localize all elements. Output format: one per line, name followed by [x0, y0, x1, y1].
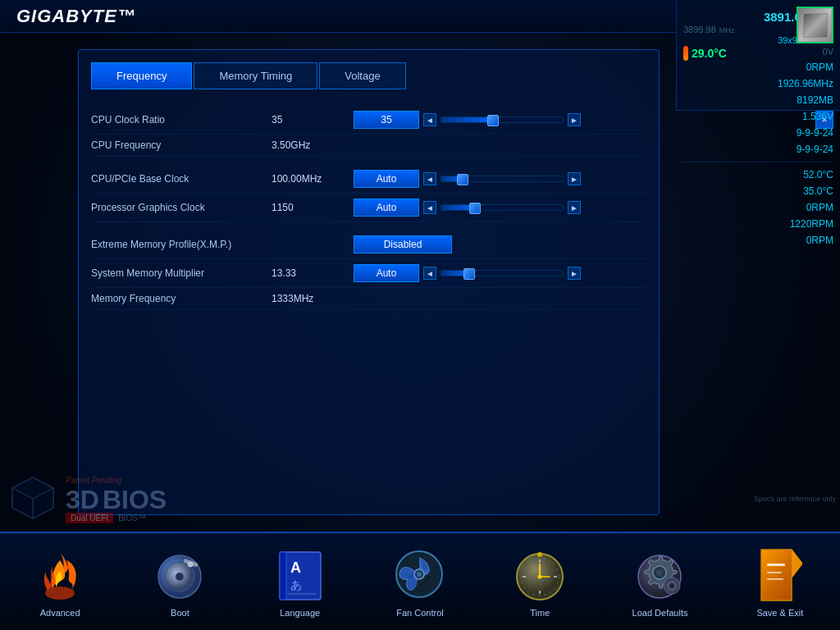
- slider-thumb-pcie[interactable]: [457, 174, 468, 185]
- slider-graphics-clock[interactable]: [441, 204, 564, 211]
- slider-mem-multiplier[interactable]: [441, 270, 564, 276]
- nav-boot[interactable]: Boot: [120, 546, 240, 618]
- stat-timing2: 9-9-9-24: [682, 142, 833, 157]
- setting-row-cpu-frequency: CPU Frequency 3.50GHz: [91, 135, 646, 157]
- svg-point-33: [669, 582, 675, 589]
- arrow-left-mem-mult[interactable]: ◄: [423, 267, 436, 280]
- svg-text:あ: あ: [290, 578, 302, 591]
- tab-frequency[interactable]: Frequency: [91, 62, 192, 89]
- nav-save-exit[interactable]: Save & Exit: [720, 546, 840, 618]
- mem-freq-value: 1926.96MHz: [778, 78, 833, 89]
- label-mem-multiplier: System Memory Multiplier: [91, 267, 272, 279]
- cube-logo-icon: [8, 473, 57, 523]
- control-pcie-base: Auto ◄ ►: [354, 170, 581, 188]
- gigabyte-logo: GIGABYTE™: [16, 6, 136, 27]
- setting-row-mem-multiplier: System Memory Multiplier 13.33 Auto ◄ ►: [91, 259, 646, 288]
- nav-language[interactable]: A あ Language: [240, 546, 360, 618]
- control-xmp: Disabled: [354, 235, 452, 253]
- svg-point-28: [537, 552, 542, 557]
- value-xmp[interactable]: Disabled: [354, 235, 452, 253]
- current-graphics-clock: 1150: [272, 202, 354, 213]
- slider-thumb-graphics[interactable]: [469, 203, 481, 214]
- tab-voltage[interactable]: Voltage: [319, 62, 405, 89]
- bottom-nav: Advanced: [0, 532, 840, 630]
- slider-pcie-base[interactable]: [441, 176, 564, 182]
- value-mem-multiplier[interactable]: Auto: [354, 264, 419, 282]
- cpu-chip-icon: [797, 7, 833, 43]
- stat-mem-size: 8192MB: [682, 93, 833, 107]
- temp2-value: 52.0°C: [803, 169, 833, 180]
- rpm2-value: 0RPM: [806, 202, 833, 213]
- control-graphics-clock: Auto ◄ ►: [354, 199, 581, 217]
- tab-memory-timing[interactable]: Memory Timing: [194, 62, 317, 89]
- nav-boot-label: Boot: [171, 608, 189, 618]
- control-cpu-clock-ratio: 35 ◄ ►: [354, 111, 581, 129]
- nav-time[interactable]: Time: [480, 546, 600, 618]
- stat-timing1: 9-9-9-24: [682, 126, 833, 140]
- nav-advanced[interactable]: Advanced: [0, 546, 120, 618]
- nav-defaults-label: Load Defaults: [632, 608, 688, 618]
- dual-uefi-badge: Dual UEFI: [66, 513, 113, 523]
- mem-size-value: 8192MB: [797, 94, 833, 106]
- slider-thumb-cpu-clock[interactable]: [487, 115, 499, 126]
- label-xmp: Extreme Memory Profile(X.M.P.): [91, 239, 272, 250]
- cpu-freq-sub2: MHz: [719, 26, 735, 34]
- value-cpu-clock-ratio[interactable]: 35: [354, 111, 419, 129]
- spacer1: [91, 157, 646, 165]
- brand-text: Patent Pending 3D BIOS Dual UEFI BIOS™: [66, 472, 167, 523]
- arrow-left-cpu-clock-ratio[interactable]: ◄: [423, 113, 436, 126]
- arrow-left-graphics[interactable]: ◄: [423, 201, 436, 214]
- svg-rect-11: [280, 552, 286, 600]
- nav-fan-control[interactable]: Fan Control: [360, 546, 480, 618]
- rpm4-value: 0RPM: [806, 235, 833, 246]
- voltage2-value: 1.536V: [802, 111, 833, 122]
- svg-rect-34: [767, 564, 785, 566]
- nav-language-label: Language: [280, 608, 320, 618]
- arrow-right-pcie[interactable]: ►: [568, 172, 581, 185]
- arrow-right-cpu-clock-ratio[interactable]: ►: [568, 113, 581, 126]
- label-cpu-clock-ratio: CPU Clock Ratio: [91, 114, 272, 126]
- label-graphics-clock: Processor Graphics Clock: [91, 202, 272, 213]
- nav-load-defaults[interactable]: Load Defaults: [600, 546, 719, 618]
- cpu-freq-sub1: 3899.98: [683, 25, 716, 34]
- nav-fan-label: Fan Control: [396, 608, 443, 618]
- value-pcie-base[interactable]: Auto: [354, 170, 419, 188]
- setting-row-graphics-clock: Processor Graphics Clock 1150 Auto ◄ ►: [91, 194, 646, 222]
- tabs-bar: Frequency Memory Timing Voltage: [91, 62, 646, 89]
- exit-icon-container: [751, 546, 809, 604]
- right-panel-stats: 0V 0RPM 1926.96MHz 8192MB 1.536V 9-9-9-2…: [676, 41, 840, 252]
- fan-icon-container: [391, 546, 449, 604]
- svg-rect-36: [767, 578, 783, 580]
- current-cpu-clock-ratio: 35: [272, 114, 354, 126]
- value-graphics-clock[interactable]: Auto: [354, 199, 419, 217]
- label-cpu-frequency: CPU Frequency: [91, 139, 272, 151]
- advanced-icon-container: [31, 546, 89, 604]
- nav-save-exit-label: Save & Exit: [756, 608, 803, 618]
- svg-point-26: [537, 575, 541, 579]
- slider-cpu-clock-ratio[interactable]: [441, 116, 564, 123]
- setting-row-cpu-clock-ratio: CPU Clock Ratio 35 35 ◄ ►: [91, 106, 646, 135]
- setting-row-pcie-base: CPU/PCIe Base Clock 100.00MHz Auto ◄ ►: [91, 165, 646, 194]
- svg-rect-35: [767, 572, 782, 573]
- fan-icon: [393, 548, 446, 601]
- brand-3d-text: 3D: [66, 486, 99, 513]
- arrow-right-graphics[interactable]: ►: [568, 201, 581, 214]
- arrow-right-mem-mult[interactable]: ►: [568, 267, 581, 280]
- svg-point-17: [417, 572, 422, 577]
- dual-label: Dual UEFI: [69, 514, 110, 523]
- temp3-value: 35.0°C: [803, 185, 833, 197]
- bios-panel: Frequency Memory Timing Voltage CPU Cloc…: [78, 49, 660, 515]
- bios2-label: BIOS™: [118, 514, 146, 523]
- arrow-left-pcie[interactable]: ◄: [423, 172, 436, 185]
- voltage-label: 0V: [823, 47, 833, 57]
- main-content: Frequency Memory Timing Voltage CPU Cloc…: [62, 33, 676, 532]
- svg-text:A: A: [290, 559, 301, 576]
- defaults-icon-container: [632, 546, 689, 604]
- book-icon: A あ: [276, 548, 325, 601]
- watermark: Specs are reference only: [754, 495, 836, 503]
- label-pcie-base: CPU/PCIe Base Clock: [91, 173, 272, 185]
- current-mem-multiplier: 13.33: [272, 267, 354, 279]
- label-mem-freq: Memory Frequency: [91, 293, 272, 304]
- slider-thumb-mem-mult[interactable]: [463, 268, 475, 280]
- stat-temp3: 35.0°C: [682, 184, 833, 199]
